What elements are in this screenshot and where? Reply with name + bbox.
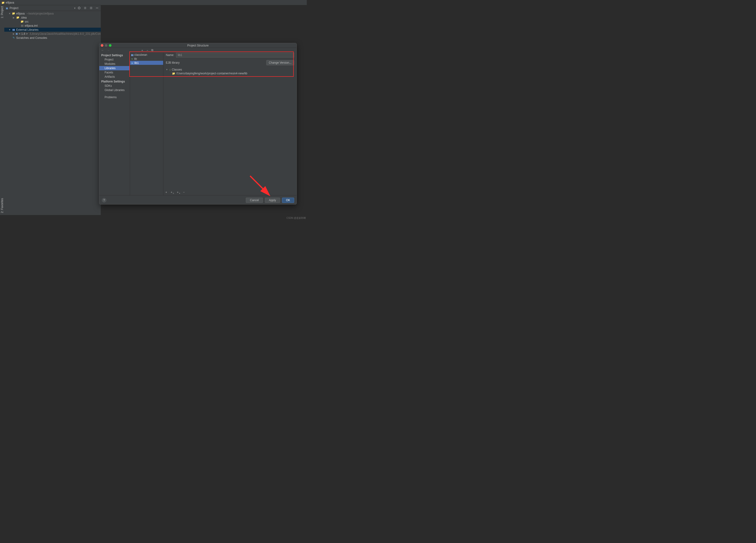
list-item-lib[interactable]: lib	[130, 57, 163, 61]
project-pane-title[interactable]: Project	[10, 6, 73, 10]
name-label: Name:	[166, 53, 174, 57]
tool-favorites[interactable]: 2: Favorites	[0, 197, 4, 214]
maximize-icon[interactable]	[109, 44, 111, 47]
back-icon[interactable]: ←	[101, 49, 104, 52]
tree-iml[interactable]: e9java.iml	[4, 24, 101, 28]
name-field[interactable]	[176, 53, 294, 57]
tree-root[interactable]: ▼e9java~/work/project/e9java	[4, 11, 101, 15]
hide-icon[interactable]	[95, 6, 99, 10]
project-structure-dialog: Project Structure ← → ＋ － ⧉ Project Sett…	[99, 43, 297, 204]
sidebar-item-facets[interactable]: Facets	[99, 70, 130, 75]
sidebar-section-platform-settings: Platform Settings	[99, 79, 130, 84]
list-item-lib1[interactable]: lib1	[130, 61, 163, 65]
remove-icon[interactable]: －	[146, 48, 149, 52]
classes-path-row[interactable]: /Users/daiyingfeng/work/project-containe…	[166, 71, 294, 75]
change-version-button[interactable]: Change Version...	[266, 60, 294, 65]
library-icon	[131, 53, 133, 56]
locate-icon[interactable]	[77, 6, 81, 10]
cancel-button[interactable]: Cancel	[246, 197, 263, 203]
apply-button[interactable]: Apply	[265, 197, 280, 203]
library-type: EJB library	[166, 61, 266, 64]
project-tree: ▼e9java~/work/project/e9java ▶.idea src …	[4, 11, 101, 40]
dialog-title: Project Structure	[187, 44, 208, 47]
dialog-footer: ? Cancel Apply OK	[99, 195, 297, 204]
svg-point-9	[91, 8, 92, 9]
tree-idea[interactable]: ▶.idea	[4, 15, 101, 20]
tree-src[interactable]: src	[4, 20, 101, 24]
minimize-icon[interactable]	[105, 44, 107, 47]
ok-button[interactable]: OK	[282, 197, 294, 203]
project-pane: Project ▾ ▼e9java~/work/project/e9java ▶…	[4, 5, 101, 215]
svg-point-1	[79, 8, 79, 8]
gear-icon[interactable]	[89, 6, 93, 10]
sidebar-item-global-libraries[interactable]: Global Libraries	[99, 88, 130, 92]
sidebar-item-project[interactable]: Project	[99, 57, 130, 62]
folder-icon	[172, 72, 175, 75]
close-icon[interactable]	[101, 44, 103, 47]
copy-icon[interactable]: ⧉	[151, 48, 153, 52]
tool-strip-left: 1: Project 2: Favorites	[0, 5, 4, 215]
dialog-sidebar: Project Settings Project Modules Librari…	[99, 53, 130, 195]
remove-icon[interactable]: －	[182, 190, 185, 194]
add-icon[interactable]: ＋	[165, 190, 168, 194]
tree-external-libraries[interactable]: ▼External Libraries	[4, 28, 101, 32]
breadcrumb-project[interactable]: e9java	[6, 1, 14, 4]
list-item-classbean[interactable]: classbean	[130, 53, 163, 57]
add-copy-icon[interactable]: ＋c	[170, 190, 174, 194]
breadcrumb: e9java	[0, 0, 307, 5]
library-icon	[131, 57, 133, 61]
chevron-down-icon[interactable]: ▾	[74, 6, 76, 10]
sidebar-item-libraries[interactable]: Libraries	[99, 66, 130, 70]
sidebar-item-problems[interactable]: Problems	[99, 95, 130, 99]
add-icon[interactable]: ＋	[141, 48, 144, 52]
sidebar-item-artifacts[interactable]: Artifacts	[99, 75, 130, 79]
folder-icon	[1, 1, 5, 4]
watermark: CSDN @是新郎啊	[287, 216, 306, 220]
dialog-toolbar: ← → ＋ － ⧉	[99, 48, 297, 53]
sidebar-item-sdks[interactable]: SDKs	[99, 84, 130, 88]
classes-node[interactable]: ▼ ⌂ Classes	[166, 68, 294, 71]
sidebar-section-project-settings: Project Settings	[99, 53, 130, 57]
expand-all-icon[interactable]	[83, 6, 87, 10]
sidebar-item-modules[interactable]: Modules	[99, 62, 130, 66]
tree-scratches[interactable]: Scratches and Consoles	[4, 36, 101, 40]
project-icon	[6, 6, 8, 10]
dialog-titlebar: Project Structure	[99, 43, 297, 48]
library-icon	[131, 61, 133, 65]
help-button[interactable]: ?	[102, 198, 106, 202]
project-pane-header: Project ▾	[4, 5, 101, 11]
forward-icon: →	[107, 49, 110, 52]
tool-project[interactable]: 1: Project	[0, 5, 4, 19]
detail-toolbar: ＋ ＋c ＋x －	[163, 189, 187, 195]
add-exclude-icon[interactable]: ＋x	[176, 190, 180, 194]
library-list: classbean lib lib1	[130, 53, 163, 195]
library-detail: Name: EJB library Change Version... ▼ ⌂ …	[163, 53, 297, 195]
tree-jdk[interactable]: ▶< 1.8 >/Library/Java/JavaVirtualMachine…	[4, 32, 101, 36]
